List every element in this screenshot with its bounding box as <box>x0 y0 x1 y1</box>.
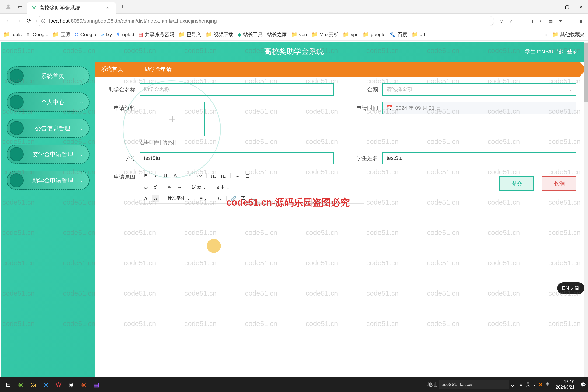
nav-back-button[interactable]: ← <box>3 16 14 26</box>
editor-sup-button[interactable]: x² <box>152 184 159 190</box>
editor-fontsize-select[interactable]: 14px ⌄ <box>190 184 208 190</box>
zoom-icon[interactable]: ⊖ <box>496 16 506 26</box>
cancel-button[interactable]: 取消 <box>542 176 576 191</box>
bookmark-max[interactable]: 📁Max云梯 <box>311 31 338 38</box>
sidebar-item-scholarship[interactable]: 奖学金申请管理 ⌄ <box>6 145 90 164</box>
editor-video-button[interactable]: ▭ <box>250 195 257 202</box>
bookmark-imported[interactable]: 📁已导入 <box>178 31 201 38</box>
bookmark-vpn[interactable]: 📁vpn <box>291 32 307 38</box>
input-grant-name[interactable] <box>140 83 334 96</box>
taskbar-netease-icon[interactable]: ◉ <box>78 378 90 391</box>
taskbar-clock[interactable]: 16:10 2024/9/21 <box>556 379 574 390</box>
sidebar-item-home[interactable]: 系统首页 <box>6 66 90 86</box>
bookmark-overflow[interactable]: » <box>545 32 548 37</box>
editor-bold-button[interactable]: B <box>142 173 150 179</box>
bookmark-google[interactable]: 🗎Google <box>26 32 48 37</box>
scrollbar-thumb[interactable] <box>584 44 588 102</box>
editor-quote-button[interactable]: ❝ <box>186 173 193 179</box>
nav-forward-button[interactable]: → <box>14 16 24 26</box>
scrollbar-vertical[interactable] <box>584 42 588 378</box>
bookmark-baozang[interactable]: 📁宝藏 <box>52 31 70 38</box>
profile-icon[interactable] <box>3 1 14 12</box>
tray-ime[interactable]: 中 <box>545 382 550 388</box>
upload-material[interactable]: + <box>140 102 205 136</box>
site-info-icon[interactable]: i <box>41 18 46 24</box>
editor-underline-button[interactable]: U <box>162 173 169 179</box>
editor-h1-button[interactable]: H₁ <box>210 173 217 179</box>
editor-body[interactable] <box>140 204 364 344</box>
editor-ol-button[interactable]: ≡ <box>234 173 241 179</box>
shield-icon[interactable]: ❤ <box>555 16 565 26</box>
breadcrumb-home[interactable]: 系统首页 <box>95 62 129 76</box>
sidebar-item-announcement[interactable]: 公告信息管理 ⌄ <box>6 118 90 138</box>
sidebar-item-grant[interactable]: 助学金申请管理 ⌄ <box>6 171 90 190</box>
browser-tab[interactable]: 高校奖助学金系统 × <box>27 2 116 14</box>
bookmark-aff[interactable]: 📁aff <box>412 32 425 38</box>
bookmark-google3[interactable]: 📁google <box>362 32 386 38</box>
sidebar-item-profile[interactable]: 个人中心 ⌄ <box>6 92 90 112</box>
input-apply-time[interactable]: 📅 2024 年 09 月 21 日 <box>382 102 576 114</box>
window-maximize[interactable]: ▢ <box>560 2 574 12</box>
favorite-icon[interactable]: ☆ <box>506 16 516 26</box>
bookmark-google2[interactable]: GGoogle <box>75 32 96 37</box>
taskbar-browser-icon[interactable]: ◉ <box>14 378 27 391</box>
editor-style-select[interactable]: 文本 ⌄ <box>214 184 231 190</box>
bookmark-uplod[interactable]: ↟uplod <box>116 32 134 37</box>
tray-notifications-icon[interactable]: 💬 <box>580 382 586 387</box>
split-icon[interactable]: ◫ <box>526 16 536 26</box>
reader-icon[interactable]: ▤ <box>546 16 555 26</box>
tab-close-icon[interactable]: × <box>104 5 111 11</box>
editor-image-button[interactable]: 🖼 <box>240 195 247 202</box>
bookmark-txy[interactable]: ∞txy <box>100 32 112 37</box>
tray-lang[interactable]: 英 <box>526 382 530 388</box>
url-input[interactable]: i localhost:8080/springboot08ktb/admin/d… <box>36 16 494 26</box>
workspaces-icon[interactable]: ▭ <box>16 2 25 12</box>
taskbar-explorer-icon[interactable]: 🗂 <box>27 378 40 391</box>
taskbar-addr-input[interactable]: useSSL=false& <box>439 380 509 389</box>
logout-link[interactable]: 退出登录 <box>557 48 577 55</box>
bookmark-tools[interactable]: 📁tools <box>3 32 22 38</box>
window-close[interactable]: ✕ <box>574 2 588 12</box>
editor-font-select[interactable]: 标准字体 ⌄ <box>166 195 192 201</box>
tray-music-icon[interactable]: ♪ <box>534 382 536 387</box>
editor-align-select[interactable]: ≡ ⌄ <box>198 196 209 201</box>
editor-link-button[interactable]: 🔗 <box>230 195 237 202</box>
input-student-name[interactable] <box>382 152 576 164</box>
submit-button[interactable]: 提交 <box>499 176 534 191</box>
taskbar-edge-icon[interactable]: ◎ <box>40 378 52 391</box>
input-student-id[interactable] <box>140 152 334 164</box>
editor-strike-button[interactable]: S <box>172 173 179 179</box>
nav-refresh-button[interactable]: ⟳ <box>24 16 34 26</box>
window-minimize[interactable]: — <box>546 2 560 12</box>
start-button[interactable]: ⊞ <box>2 378 14 391</box>
tray-sogou-icon[interactable]: S <box>539 382 542 387</box>
select-amount[interactable]: 请选择金额⌄ <box>382 83 576 96</box>
bookmark-vps[interactable]: 📁vps <box>343 32 359 38</box>
bookmark-video[interactable]: 📁视频下载 <box>206 31 233 38</box>
editor-code-button[interactable]: </> <box>196 173 203 179</box>
taskbar-chrome-icon[interactable]: ◉ <box>65 378 78 391</box>
ime-indicator[interactable]: EN ♪ 简 <box>557 282 584 294</box>
taskbar-idea-icon[interactable]: ▦ <box>90 378 103 391</box>
editor-indent-button[interactable]: ⇤ <box>166 184 174 190</box>
bookmark-baidu[interactable]: 🐾百度 <box>390 31 408 38</box>
bookmark-other[interactable]: 📁其他收藏夹 <box>552 31 585 38</box>
bookmark-zhanzhang[interactable]: ◆站长工具 - 站长之家 <box>238 31 287 38</box>
bookmark-share[interactable]: ▦共享账号密码 <box>138 31 174 38</box>
editor-color-button[interactable]: A <box>142 195 150 202</box>
extensions-icon[interactable]: ⬚ <box>516 16 526 26</box>
taskbar-dropdown-icon[interactable]: ⌄ <box>509 378 516 391</box>
taskbar-wps-icon[interactable]: W <box>52 378 65 391</box>
editor-h2-button[interactable]: H₂ <box>220 173 227 179</box>
sidebar-toggle-icon[interactable]: ◨ <box>575 16 585 26</box>
more-icon[interactable]: ⋯ <box>565 16 575 26</box>
collections-icon[interactable]: ✧ <box>536 16 546 26</box>
editor-bgcolor-button[interactable]: A <box>152 195 159 202</box>
editor-ul-button[interactable]: ☰ <box>244 173 251 179</box>
tray-arrow-icon[interactable]: ∧ <box>520 382 523 387</box>
editor-outdent-button[interactable]: ⇥ <box>176 184 184 190</box>
editor-italic-button[interactable]: I <box>152 173 159 179</box>
new-tab-button[interactable]: + <box>118 2 128 12</box>
editor-clear-button[interactable]: Tₓ <box>216 195 223 202</box>
editor-sub-button[interactable]: x₂ <box>142 184 150 190</box>
